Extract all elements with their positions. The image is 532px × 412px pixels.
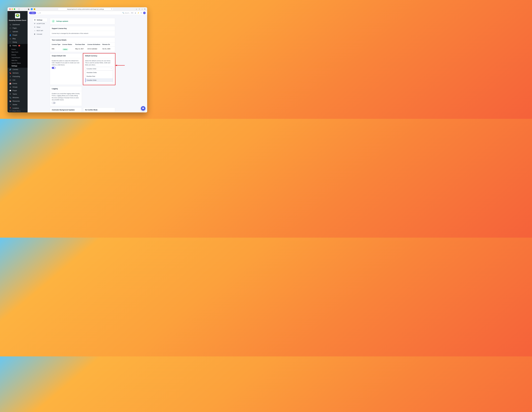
share-icon[interactable]: ⇧ [139,8,140,10]
sidenav-item-settings[interactable]: ⚙Settings [33,18,48,22]
search-box[interactable]: 🔍 Search... ⌘K [122,12,134,14]
intercom-button[interactable] [141,106,145,111]
sidebar-item-podcasting[interactable]: 🎙Podcasting [8,75,28,78]
submenu-item[interactable]: Settings [8,65,28,67]
submenu-item[interactable]: Add-Ons [8,59,28,62]
dropdown-icon[interactable]: ⌄ [21,8,23,10]
bolt-icon[interactable]: ⚡ [137,12,139,14]
groups-icon: ⊞ [9,86,11,88]
card-title: No Conflict Mode [83,108,115,112]
update-icon [38,12,39,14]
back-button[interactable]: ‹ [25,8,25,10]
submenu-item[interactable]: Forms [8,48,28,51]
card-body: Enable if you would like logging within … [50,91,82,106]
sidebar-label: Giving [12,41,17,43]
sidebar-item-prayer[interactable]: 💬Prayer [8,89,28,92]
maximize-window-button[interactable] [14,8,15,10]
card-title: Default Currency [83,54,115,58]
sidebar-label: Live [12,79,15,81]
site-name: Dayspring Christian Church [9,20,26,21]
chat-icon: 💬 [9,89,11,92]
list-icon: ☰ [9,45,11,47]
new-tab-icon[interactable]: + [142,8,143,10]
th: Purchase Date [75,44,87,45]
output-css-card: Output Default CSS Enable this option to… [50,53,82,85]
sidenav-item-rest-api[interactable]: ⟐REST API [33,29,48,32]
sidebar-item-live[interactable]: 🎥Live [8,78,28,82]
pin-icon: 📍 [9,107,11,109]
site-logo[interactable] [15,13,20,18]
sidebar-label: Ministries [12,97,19,98]
output-css-toggle[interactable] [52,67,56,69]
sidebar-item-groups[interactable]: ⊞Groups [8,85,28,89]
new-button[interactable]: + New [29,12,36,14]
url-bar[interactable]: dayspringchurch.net/wp-admin/admin.php?p… [58,8,113,10]
status-pill: Active [62,49,68,50]
play-icon[interactable]: ▶ [28,8,30,10]
theme-icon[interactable]: ◐ [135,12,136,14]
row-updates-conflict: Automatic Background Updates Enable to a… [50,108,115,112]
dropdown-option[interactable]: Canadian Dollar [85,78,113,82]
search-icon: 🔍 [122,12,124,14]
currency-select[interactable]: Canadian Dollar ⌃ Australian DollarBrazi… [85,67,113,71]
sidebar-item-giving[interactable]: ♡Giving [8,40,28,44]
card-title: Output Default CSS [50,54,82,58]
minimize-window-button[interactable] [11,8,13,10]
td: May 12, 2017 [75,48,87,50]
dropdown-option[interactable]: Brazilian Real [85,74,113,78]
sidenav-item-uninstall[interactable]: 🗑Uninstall [33,32,48,36]
gear-icon[interactable]: ⚙ [141,12,142,14]
submenu-item[interactable]: New Form [8,51,28,53]
sidebar-item-pages[interactable]: 🖵Pages [8,26,28,30]
bg-updates-card: Automatic Background Updates Enable to a… [50,108,82,112]
sidebar-item-connect[interactable]: 🔗Connect [8,68,28,71]
user-avatar[interactable]: ≡ [143,12,146,14]
row-logging: Logging Enable if you would like logging… [50,86,115,106]
sidebar-item-sermons[interactable]: 🔖Sermons [8,71,28,75]
url-wrap: dayspringchurch.net/wp-admin/admin.php?p… [36,8,134,10]
brand: Dayspring Christian Church [8,11,28,23]
row-css-currency: Output Default CSS Enable this option to… [50,53,115,85]
card-title: Support License Key [50,26,115,31]
sidenav-item-recaptcha[interactable]: ⟳reCAPTCHA [33,22,48,25]
extension-icon[interactable]: R [34,8,35,10]
onepassword-icon[interactable]: ⊙ [31,8,33,10]
gear-icon: ⚙ [34,19,36,21]
sidebar-item-locations[interactable]: 📍Locations [8,106,28,109]
annotation-arrow [115,64,125,67]
download-icon[interactable]: ⤓ [136,8,137,10]
dropdown-option[interactable]: Czech Koruna [85,82,113,84]
chevron-up-icon: ⌃ [111,68,112,70]
tabs-icon[interactable]: ⧉ [144,8,145,10]
sidebar-item-teams[interactable]: ⚑Teams [8,92,28,96]
gauge-icon: ◷ [9,24,11,26]
sidebar-item-resources[interactable]: 📚Resources [8,99,28,103]
sidebar-item-ministries[interactable]: 📎Ministries [8,96,28,99]
sidebar-item-events[interactable]: 📅Events [8,82,28,85]
sidenav-item-stripe[interactable]: SStripe [33,25,48,29]
th: Renews On [102,44,113,45]
nav-arrows: ‹ › [25,8,27,10]
sidebar-item-uploads[interactable]: ⤴Uploads [8,30,28,33]
dropdown-option[interactable]: Australian Dollar [85,71,113,75]
submenu-item[interactable]: Import/Export [8,56,28,59]
collapse-menu-button[interactable]: ◀ Collapse Menu [8,109,28,112]
license-table-header: License Type License Status Purchase Dat… [50,42,115,47]
submenu-item[interactable]: Entries [8,53,28,56]
logging-toggle[interactable] [52,102,56,104]
update-count[interactable]: 4 [38,12,41,14]
currency-dropdown: Australian DollarBrazilian RealCanadian … [85,70,113,84]
badge: 1 [18,45,20,46]
sidebar-label: Prayer [12,90,17,91]
sidebar-item-dashboard[interactable]: ◷Dashboard [8,23,28,26]
sidebar-item-blog[interactable]: ⊙Blog [8,37,28,40]
sidebar-toggle-icon[interactable]: ▢ [18,8,20,10]
submenu-item[interactable]: System Status [8,62,28,65]
td: Active [62,48,75,50]
sidebar-item-people[interactable]: 👤People [8,33,28,37]
sidebar-item-stories[interactable]: ❝Stories [8,103,28,106]
sidebar-item-forms[interactable]: ☰Forms1 [8,44,28,48]
close-window-button[interactable] [9,8,11,10]
reload-icon[interactable]: ↻ [111,8,112,10]
forward-button[interactable]: › [26,8,27,10]
